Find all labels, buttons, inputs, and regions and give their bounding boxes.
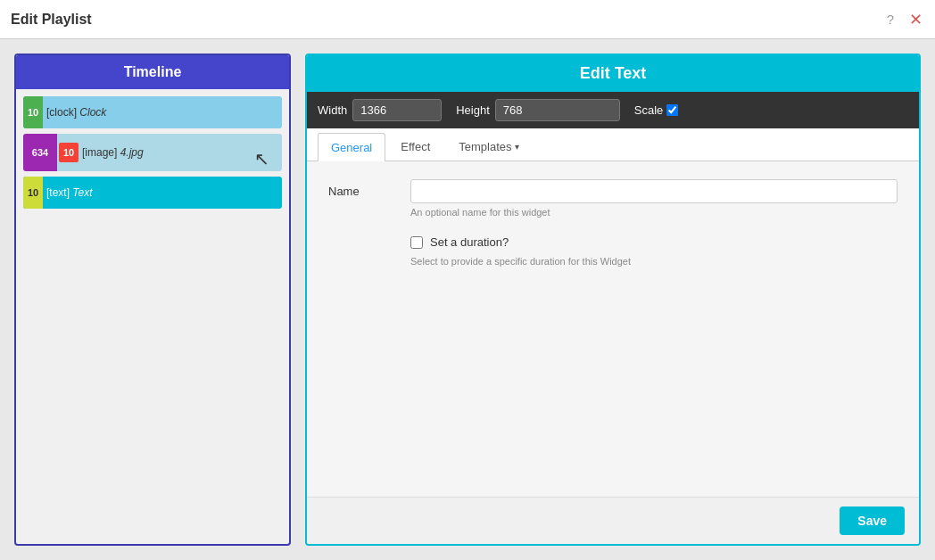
text-label: [text] Text	[43, 186, 282, 199]
clock-label: [clock] Clock	[43, 106, 282, 119]
scale-label: Scale	[634, 103, 679, 117]
main-content: Timeline 10 [clock] Clock 634 10 [image]…	[0, 39, 935, 560]
help-icon[interactable]: ?	[881, 11, 899, 29]
window-title: Edit Playlist	[11, 12, 92, 28]
tab-effect[interactable]: Effect	[387, 132, 443, 161]
main-window: Edit Playlist ? ✕ Timeline 10 [clock] Cl…	[0, 0, 935, 560]
edit-footer: Save	[307, 497, 919, 544]
timeline-panel: Timeline 10 [clock] Clock 634 10 [image]…	[14, 54, 291, 546]
edit-panel: Edit Text Width Height Scale	[305, 54, 921, 546]
edit-body: Name An optional name for this widget Se…	[307, 161, 919, 497]
name-field-container: An optional name for this widget	[410, 179, 898, 218]
edit-toolbar: Width Height Scale	[307, 92, 919, 128]
timeline-header: Timeline	[16, 55, 289, 89]
chevron-down-icon: ▾	[515, 142, 519, 152]
tab-templates[interactable]: Templates ▾	[445, 132, 532, 161]
timeline-item-clock[interactable]: 10 [clock] Clock	[23, 96, 282, 128]
scale-checkbox[interactable]	[666, 104, 678, 116]
edit-panel-header: Edit Text	[307, 55, 919, 92]
image-label: [image] 4.jpg	[79, 146, 282, 159]
tabs-bar: General Effect Templates ▾	[307, 128, 919, 161]
duration-checkbox[interactable]	[410, 236, 423, 249]
height-label: Height	[456, 103, 490, 117]
duration-row: Set a duration? Select to provide a spec…	[328, 232, 898, 267]
width-label: Width	[318, 103, 347, 117]
close-icon[interactable]: ✕	[906, 11, 924, 29]
title-bar-icons: ? ✕	[881, 11, 924, 29]
tab-general[interactable]: General	[318, 133, 385, 161]
save-button[interactable]: Save	[840, 506, 905, 535]
duration-spacer	[328, 232, 400, 237]
duration-hint: Select to provide a specific duration fo…	[410, 256, 898, 267]
width-input[interactable]	[352, 99, 442, 121]
name-input[interactable]	[410, 179, 898, 203]
width-field: Width	[318, 99, 442, 121]
duration-field-container: Set a duration? Select to provide a spec…	[410, 232, 898, 267]
name-label: Name	[328, 179, 400, 198]
image-number-badge: 10	[59, 143, 79, 162]
name-hint: An optional name for this widget	[410, 207, 898, 218]
title-bar: Edit Playlist ? ✕	[0, 0, 935, 39]
height-field: Height	[456, 99, 620, 121]
timeline-body: 10 [clock] Clock 634 10 [image] 4.jpg ↖	[16, 89, 289, 544]
timeline-item-image[interactable]: 634 10 [image] 4.jpg ↖	[23, 134, 282, 171]
name-row: Name An optional name for this widget	[328, 179, 898, 218]
height-input[interactable]	[495, 99, 620, 121]
text-badge: 10	[23, 177, 43, 209]
image-large-badge: 634	[23, 134, 57, 171]
clock-badge: 10	[23, 96, 43, 128]
duration-checkbox-row: Set a duration?	[410, 232, 898, 252]
scale-text: Scale	[634, 103, 664, 117]
timeline-item-text[interactable]: 10 [text] Text	[23, 177, 282, 209]
duration-label: Set a duration?	[430, 235, 509, 249]
